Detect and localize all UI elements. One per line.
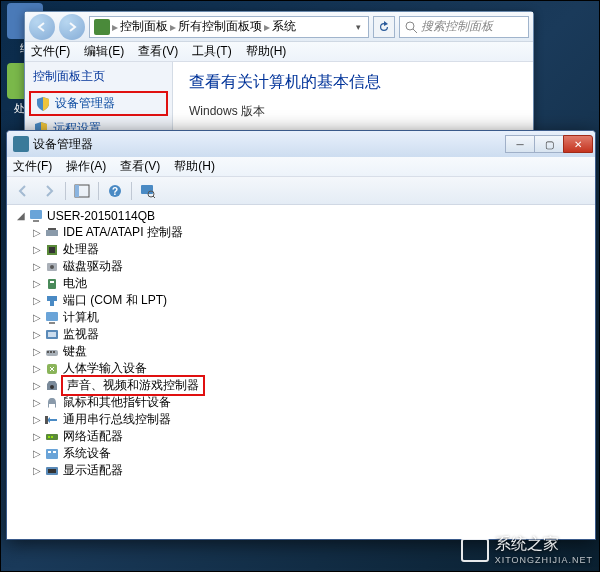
chevron-down-icon[interactable]: ▾ (353, 22, 364, 32)
svg-point-26 (50, 385, 54, 389)
tree-node[interactable]: ▷ 键盘 (7, 343, 595, 360)
expand-icon[interactable]: ▷ (31, 431, 43, 442)
menu-file[interactable]: 文件(F) (31, 43, 70, 60)
expand-icon[interactable]: ▷ (31, 227, 43, 238)
device-category-icon (44, 429, 60, 445)
expand-icon[interactable]: ▷ (31, 414, 43, 425)
expand-icon[interactable]: ▷ (31, 346, 43, 357)
tb-back-button[interactable] (11, 180, 35, 202)
control-panel-window: ▸ 控制面板 ▸ 所有控制面板项 ▸ 系统 ▾ 搜索控制面板 文件(F) 编辑(… (24, 11, 534, 146)
breadcrumb-sep: ▸ (112, 20, 118, 34)
breadcrumb-sep: ▸ (170, 20, 176, 34)
sidebar-link-label: 设备管理器 (55, 95, 115, 112)
device-category-icon (44, 463, 60, 479)
tree-node[interactable]: ▷ 端口 (COM 和 LPT) (7, 292, 595, 309)
tree-node-label: 处理器 (63, 241, 99, 258)
tb-forward-button[interactable] (37, 180, 61, 202)
tb-show-hidden-button[interactable] (70, 180, 94, 202)
svg-point-29 (48, 436, 50, 438)
menu-help[interactable]: 帮助(H) (246, 43, 287, 60)
close-button[interactable]: ✕ (563, 135, 593, 153)
nav-forward-button[interactable] (59, 14, 85, 40)
arrow-right-icon (41, 183, 57, 199)
expand-icon[interactable]: ▷ (31, 448, 43, 459)
device-category-icon (44, 446, 60, 462)
tree-node-label: 通用串行总线控制器 (63, 411, 171, 428)
svg-rect-7 (30, 210, 42, 219)
expand-icon[interactable]: ▷ (31, 465, 43, 476)
watermark-logo-icon (461, 538, 489, 562)
toolbar-separator (65, 182, 66, 200)
device-manager-icon (13, 136, 29, 152)
svg-point-14 (50, 265, 54, 269)
maximize-button[interactable]: ▢ (534, 135, 564, 153)
tree-node-label: 键盘 (63, 343, 87, 360)
expand-icon[interactable]: ▷ (31, 244, 43, 255)
svg-rect-20 (48, 332, 56, 337)
svg-rect-9 (46, 230, 58, 236)
tree-root[interactable]: ◢ USER-20150114QB (7, 207, 595, 224)
expand-icon[interactable]: ▷ (31, 278, 43, 289)
expand-icon[interactable]: ▷ (31, 312, 43, 323)
menu-view[interactable]: 查看(V) (138, 43, 178, 60)
computer-icon (28, 208, 44, 224)
menu-tools[interactable]: 工具(T) (192, 43, 231, 60)
toolbar-separator (98, 182, 99, 200)
breadcrumb-seg[interactable]: 控制面板 (120, 18, 168, 35)
device-category-icon (44, 395, 60, 411)
breadcrumb-seg[interactable]: 系统 (272, 18, 296, 35)
tb-scan-button[interactable] (136, 180, 160, 202)
device-category-icon (44, 242, 60, 258)
expand-icon[interactable]: ▷ (31, 261, 43, 272)
tree-node[interactable]: ▷ 显示适配器 (7, 462, 595, 479)
menu-view[interactable]: 查看(V) (120, 158, 160, 175)
tree-node-label: 系统设备 (63, 445, 111, 462)
dm-menubar: 文件(F) 操作(A) 查看(V) 帮助(H) (7, 157, 595, 177)
tree-node[interactable]: ▷ 处理器 (7, 241, 595, 258)
sidebar-header: 控制面板主页 (29, 68, 168, 85)
expand-icon[interactable]: ▷ (31, 380, 43, 391)
menu-edit[interactable]: 编辑(E) (84, 43, 124, 60)
menu-help[interactable]: 帮助(H) (174, 158, 215, 175)
breadcrumb-seg[interactable]: 所有控制面板项 (178, 18, 262, 35)
expand-icon[interactable]: ▷ (31, 329, 43, 340)
collapse-icon[interactable]: ◢ (15, 210, 27, 221)
tb-help-button[interactable]: ? (103, 180, 127, 202)
tree-node[interactable]: ▷ 监视器 (7, 326, 595, 343)
svg-point-30 (51, 436, 53, 438)
tree-node[interactable]: ▷ 鼠标和其他指针设备 (7, 394, 595, 411)
device-tree[interactable]: ◢ USER-20150114QB ▷ IDE ATA/ATAPI 控制器▷ 处… (7, 205, 595, 539)
menu-file[interactable]: 文件(F) (13, 158, 52, 175)
arrow-right-icon (66, 21, 78, 33)
expand-icon[interactable]: ▷ (31, 295, 43, 306)
tree-node[interactable]: ▷ 电池 (7, 275, 595, 292)
tree-node[interactable]: ▷ IDE ATA/ATAPI 控制器 (7, 224, 595, 241)
refresh-icon (378, 21, 390, 33)
menu-action[interactable]: 操作(A) (66, 158, 106, 175)
device-manager-window: 设备管理器 ─ ▢ ✕ 文件(F) 操作(A) 查看(V) 帮助(H) ? (6, 130, 596, 540)
sidebar-link-device-manager[interactable]: 设备管理器 (29, 91, 168, 116)
tree-node[interactable]: ▷ 磁盘驱动器 (7, 258, 595, 275)
breadcrumb-sep: ▸ (264, 20, 270, 34)
svg-rect-27 (45, 416, 48, 424)
device-category-icon (44, 310, 60, 326)
tree-node[interactable]: ▷ 网络适配器 (7, 428, 595, 445)
address-bar[interactable]: ▸ 控制面板 ▸ 所有控制面板项 ▸ 系统 ▾ (89, 16, 369, 38)
minimize-button[interactable]: ─ (505, 135, 535, 153)
tree-node[interactable]: ▷ 系统设备 (7, 445, 595, 462)
expand-icon[interactable]: ▷ (31, 363, 43, 374)
svg-rect-8 (33, 220, 39, 222)
search-input[interactable]: 搜索控制面板 (399, 16, 529, 38)
watermark-sub: XITONGZHIJIA.NET (495, 555, 593, 565)
tree-node[interactable]: ▷ 通用串行总线控制器 (7, 411, 595, 428)
nav-back-button[interactable] (29, 14, 55, 40)
cp-main-heading: 查看有关计算机的基本信息 (189, 72, 517, 93)
refresh-button[interactable] (373, 16, 395, 38)
device-category-icon (44, 361, 60, 377)
dm-titlebar[interactable]: 设备管理器 ─ ▢ ✕ (7, 131, 595, 157)
expand-icon[interactable]: ▷ (31, 397, 43, 408)
tree-node[interactable]: ▷ 声音、视频和游戏控制器 (7, 377, 595, 394)
tree-node[interactable]: ▷ 计算机 (7, 309, 595, 326)
tree-node-label: IDE ATA/ATAPI 控制器 (63, 224, 183, 241)
device-category-icon (44, 378, 60, 394)
